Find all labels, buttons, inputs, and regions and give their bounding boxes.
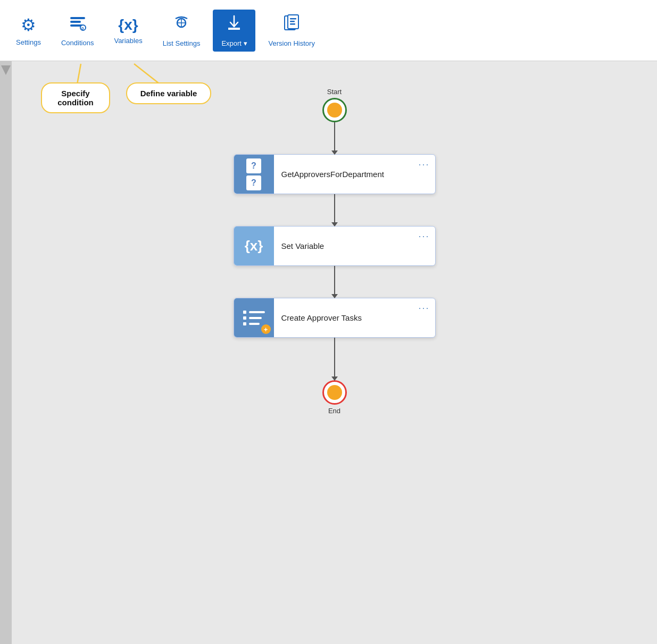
callout-define-text: Define variable [140,89,197,98]
create-tasks-menu[interactable]: ··· [418,303,429,314]
start-label: Start [327,88,342,96]
list-icon [243,311,265,325]
list-settings-label: List Settings [163,39,201,47]
scroll-up-arrow[interactable] [1,65,11,75]
export-icon [225,14,243,36]
version-history-icon [282,14,301,36]
get-approvers-menu[interactable]: ··· [418,159,429,170]
create-tasks-title: Create Approver Tasks [281,313,362,322]
svg-rect-1 [70,21,81,23]
workflow-canvas: Specify condition Define variable Start … [12,61,657,644]
left-sidebar [0,61,12,644]
connector-create-tasks-to-end [334,338,335,380]
callout-define-variable: Define variable [126,82,211,104]
question-icon: ? ? [246,158,261,190]
svg-rect-9 [290,21,295,22]
toolbar-item-variables[interactable]: {x} Variables [106,12,149,49]
toolbar-item-export[interactable]: Export ▾ [213,10,255,52]
version-history-label: Version History [268,39,314,47]
variable-icon: {x} [245,238,263,254]
create-tasks-content: Create Approver Tasks ··· [274,298,435,337]
get-approvers-content: GetApproversForDepartment ··· [274,155,435,194]
variables-label: Variables [114,37,142,45]
export-label: Export ▾ [221,39,247,47]
question-box-2: ? [246,175,261,190]
connector-start-to-get-approvers [334,122,335,154]
start-inner-circle [327,103,342,118]
workflow-diagram: Start ? ? GetApproversForDepartment ··· [234,88,436,415]
get-approvers-title: GetApproversForDepartment [281,170,384,179]
svg-rect-8 [290,18,296,20]
get-approvers-icon-area: ? ? [234,155,274,194]
set-variable-menu[interactable]: ··· [418,231,429,242]
toolbar-item-settings[interactable]: ⚙ Settings [9,11,48,51]
conditions-icon: 0 [69,14,87,36]
start-circle [322,98,347,122]
variables-icon: {x} [118,16,138,34]
toolbar: ⚙ Settings 0 Conditions {x} Variables [0,0,657,61]
question-box-1: ? [246,158,261,173]
set-variable-title: Set Variable [281,241,325,250]
set-variable-icon-area: {x} [234,227,274,265]
end-circle [322,380,347,405]
connector-set-variable-to-create-tasks [334,266,335,298]
action-block-get-approvers[interactable]: ? ? GetApproversForDepartment ··· [234,154,436,194]
toolbar-item-version-history[interactable]: Version History [261,10,322,52]
action-block-set-variable[interactable]: {x} Set Variable ··· [234,226,436,266]
plus-badge: + [261,324,271,334]
end-label: End [328,407,340,415]
start-node: Start [322,88,347,122]
settings-icon: ⚙ [21,15,36,35]
set-variable-content: Set Variable ··· [274,227,435,265]
callout-specify-condition: Specify condition [41,82,110,113]
svg-rect-10 [290,23,295,25]
action-block-create-tasks[interactable]: + Create Approver Tasks ··· [234,298,436,338]
create-tasks-icon-area: + [234,298,274,337]
list-settings-icon [172,14,190,36]
svg-rect-0 [70,17,85,19]
end-inner-circle [327,385,342,400]
svg-text:0: 0 [81,26,84,31]
callout-specify-text: Specify condition [57,89,94,107]
toolbar-item-list-settings[interactable]: List Settings [155,10,208,52]
canvas-wrapper: Specify condition Define variable Start … [0,61,657,644]
settings-label: Settings [16,38,41,46]
toolbar-item-conditions[interactable]: 0 Conditions [54,10,101,51]
conditions-label: Conditions [61,39,94,47]
connector-get-approvers-to-set-variable [334,194,335,226]
end-node: End [322,380,347,415]
